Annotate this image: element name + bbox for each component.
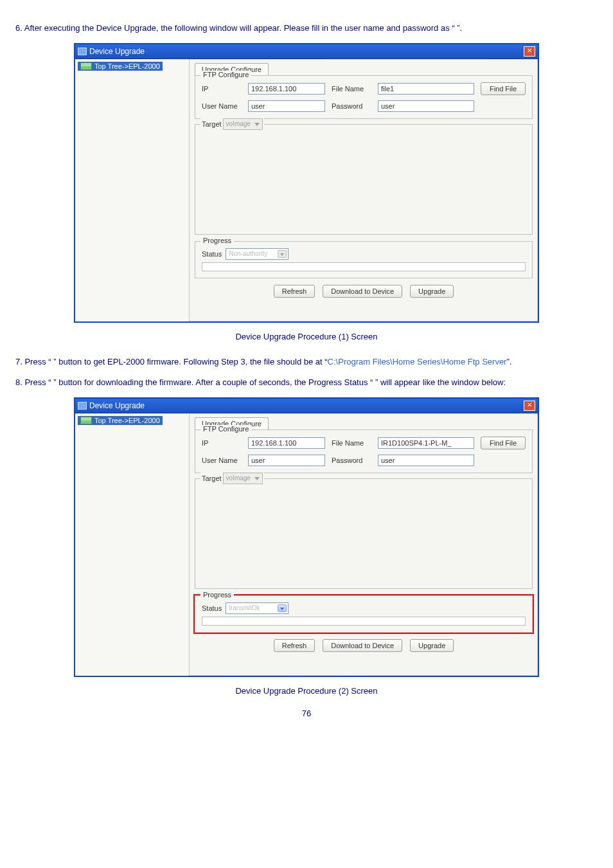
- username-label: User Name: [202, 457, 242, 464]
- tree-item-label: Top Tree->EPL-2000: [94, 62, 160, 70]
- window-title: Device Upgrade: [89, 401, 145, 410]
- step-6-text: 6. After executing the Device Upgrade, t…: [15, 21, 598, 37]
- filename-input[interactable]: [378, 83, 474, 95]
- target-label: Target: [202, 120, 222, 128]
- tree-item-selected[interactable]: Top Tree->EPL-2000: [78, 62, 163, 71]
- ftp-configure-group: FTP Configure IP File Name Find File Use…: [195, 75, 533, 119]
- tree-item-selected[interactable]: Top Tree->EPL-2000: [78, 416, 163, 425]
- window-titlebar: Device Upgrade ✕: [75, 44, 538, 59]
- ftp-group-legend: FTP Configure: [200, 71, 251, 78]
- progress-bar: [202, 617, 526, 626]
- refresh-button[interactable]: Refresh: [274, 285, 315, 298]
- file-path-link: C:\Program Files\Home Series\Home Ftp Se…: [328, 357, 507, 366]
- progress-group: Progress Status transmitOk: [195, 595, 533, 633]
- figure-1: Device Upgrade ✕ Top Tree->EPL-2000 Upgr…: [15, 43, 598, 323]
- target-group: Target voImage: [195, 478, 533, 589]
- figure-2: Device Upgrade ✕ Top Tree->EPL-2000 Upgr…: [15, 397, 598, 677]
- target-group: Target voImage: [195, 124, 533, 235]
- step-8-text: 8. Press “ ” button for downloading the …: [15, 375, 598, 391]
- progress-legend: Progress: [200, 591, 234, 599]
- tree-item-label: Top Tree->EPL-2000: [94, 417, 160, 424]
- window-titlebar: Device Upgrade ✕: [75, 399, 538, 413]
- filename-input[interactable]: [378, 437, 474, 449]
- ip-label: IP: [202, 85, 242, 93]
- window-icon: [78, 48, 87, 55]
- find-file-button[interactable]: Find File: [481, 82, 526, 95]
- progress-bar: [202, 262, 526, 271]
- download-button[interactable]: Download to Device: [323, 639, 402, 652]
- password-label: Password: [332, 102, 371, 110]
- target-select: voImage: [223, 118, 263, 130]
- find-file-button[interactable]: Find File: [481, 437, 526, 449]
- download-button[interactable]: Download to Device: [323, 285, 402, 298]
- status-label: Status: [202, 250, 222, 258]
- status-select: transmitOk: [226, 602, 289, 614]
- username-input[interactable]: [248, 100, 325, 112]
- device-icon: [80, 417, 92, 424]
- figure-1-caption: Device Upgrade Procedure (1) Screen: [15, 332, 598, 341]
- filename-label: File Name: [332, 439, 371, 447]
- ftp-configure-group: FTP Configure IP File Name Find File Use…: [195, 429, 533, 473]
- window-title: Device Upgrade: [89, 47, 145, 56]
- step-7-text: 7. Press “ ” button to get EPL-2000 firm…: [15, 354, 598, 370]
- ip-input[interactable]: [248, 437, 325, 449]
- window-icon: [78, 402, 87, 410]
- password-input[interactable]: [378, 100, 474, 112]
- device-upgrade-window-2: Device Upgrade ✕ Top Tree->EPL-2000 Upgr…: [74, 397, 539, 677]
- filename-label: File Name: [332, 85, 371, 93]
- ip-input[interactable]: [248, 83, 325, 95]
- page-number: 76: [15, 709, 598, 718]
- tree-pane: Top Tree->EPL-2000: [75, 59, 190, 321]
- username-label: User Name: [202, 102, 242, 110]
- password-input[interactable]: [378, 455, 474, 466]
- ftp-group-legend: FTP Configure: [200, 425, 251, 433]
- status-select: Non-authority: [226, 248, 289, 260]
- device-icon: [80, 62, 92, 70]
- progress-group: Progress Status Non-authority: [195, 241, 533, 278]
- progress-legend: Progress: [200, 237, 234, 244]
- username-input[interactable]: [248, 455, 325, 466]
- target-select: voImage: [223, 473, 263, 484]
- target-label: Target: [202, 475, 222, 482]
- close-icon[interactable]: ✕: [524, 401, 535, 411]
- close-icon[interactable]: ✕: [524, 46, 535, 57]
- password-label: Password: [332, 457, 371, 464]
- upgrade-button[interactable]: Upgrade: [410, 285, 454, 298]
- upgrade-button[interactable]: Upgrade: [410, 639, 454, 652]
- figure-2-caption: Device Upgrade Procedure (2) Screen: [15, 686, 598, 696]
- tree-pane: Top Tree->EPL-2000: [75, 413, 190, 676]
- device-upgrade-window: Device Upgrade ✕ Top Tree->EPL-2000 Upgr…: [74, 43, 539, 323]
- refresh-button[interactable]: Refresh: [274, 639, 315, 652]
- status-label: Status: [202, 604, 222, 612]
- ip-label: IP: [202, 439, 242, 447]
